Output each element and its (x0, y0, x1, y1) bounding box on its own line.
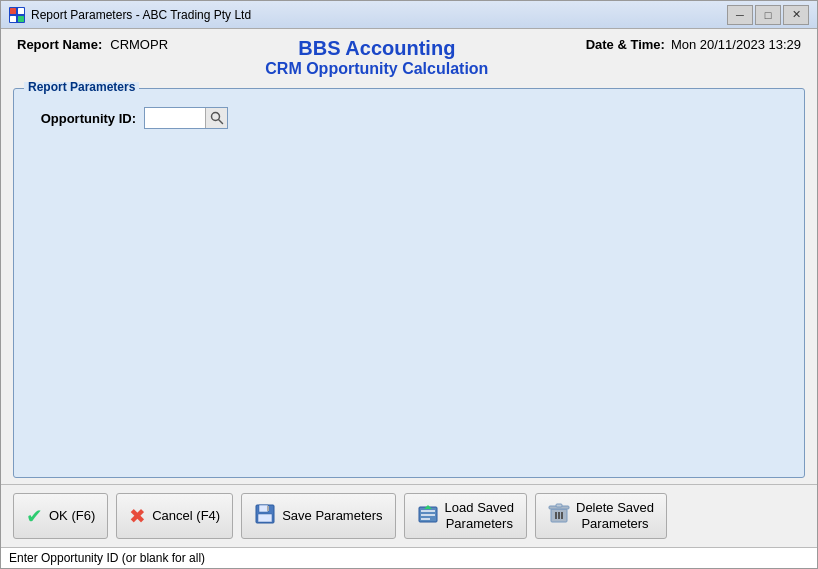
report-parameters-group: Report Parameters Opportunity ID: (13, 88, 805, 478)
svg-rect-12 (421, 510, 435, 512)
delete-saved-parameters-button[interactable]: Delete Saved Parameters (535, 493, 667, 539)
title-section: BBS Accounting CRM Opportunity Calculati… (168, 37, 586, 78)
cancel-label: Cancel (F4) (152, 508, 220, 524)
title-bar-buttons: ─ □ ✕ (727, 5, 809, 25)
date-section: Date & Time: Mon 20/11/2023 13:29 (586, 37, 801, 52)
svg-rect-8 (259, 505, 268, 512)
svg-rect-18 (558, 512, 560, 519)
ok-icon: ✔ (26, 504, 43, 528)
report-title: CRM Opportunity Calculation (168, 60, 586, 78)
content-area: Report Parameters Opportunity ID: (1, 82, 817, 484)
save-parameters-button[interactable]: Save Parameters (241, 493, 395, 539)
cancel-button[interactable]: ✖ Cancel (F4) (116, 493, 233, 539)
svg-rect-2 (18, 8, 24, 14)
svg-line-6 (218, 120, 222, 124)
ok-button[interactable]: ✔ OK (F6) (13, 493, 108, 539)
header: Report Name: CRMOPR BBS Accounting CRM O… (1, 29, 817, 82)
load-saved-parameters-button[interactable]: Load Saved Parameters (404, 493, 527, 539)
maximize-button[interactable]: □ (755, 5, 781, 25)
svg-rect-14 (421, 518, 430, 520)
report-name-value: CRMOPR (110, 37, 168, 52)
svg-rect-9 (267, 506, 269, 511)
load-icon (417, 503, 439, 530)
svg-rect-19 (561, 512, 563, 519)
svg-rect-21 (556, 504, 562, 507)
search-icon (210, 111, 224, 125)
report-name-section: Report Name: CRMOPR (17, 37, 168, 52)
bottom-bar: ✔ OK (F6) ✖ Cancel (F4) Save Parameters (1, 484, 817, 547)
status-bar: Enter Opportunity ID (or blank for all) (1, 547, 817, 568)
delete-icon (548, 503, 570, 530)
opportunity-id-search-button[interactable] (205, 108, 227, 128)
title-bar: Report Parameters - ABC Trading Pty Ltd … (1, 1, 817, 29)
svg-rect-13 (421, 514, 435, 516)
minimize-button[interactable]: ─ (727, 5, 753, 25)
opportunity-id-input-wrapper (144, 107, 228, 129)
date-label: Date & Time: (586, 37, 665, 52)
app-title: BBS Accounting (168, 37, 586, 60)
ok-label: OK (F6) (49, 508, 95, 524)
app-icon (9, 7, 25, 23)
status-text: Enter Opportunity ID (or blank for all) (9, 551, 205, 565)
report-name-label: Report Name: (17, 37, 102, 52)
opportunity-id-label: Opportunity ID: (26, 111, 136, 126)
main-window: Report Parameters - ABC Trading Pty Ltd … (0, 0, 818, 569)
load-saved-label: Load Saved Parameters (445, 500, 514, 531)
group-legend: Report Parameters (24, 82, 139, 94)
title-bar-text: Report Parameters - ABC Trading Pty Ltd (31, 8, 727, 22)
svg-rect-3 (10, 16, 16, 22)
save-params-label: Save Parameters (282, 508, 382, 524)
opportunity-id-input[interactable] (145, 108, 205, 128)
opportunity-id-row: Opportunity ID: (26, 107, 792, 129)
save-icon (254, 503, 276, 530)
svg-rect-10 (258, 514, 272, 522)
date-value: Mon 20/11/2023 13:29 (671, 37, 801, 52)
svg-rect-17 (555, 512, 557, 519)
svg-rect-4 (18, 16, 24, 22)
cancel-icon: ✖ (129, 504, 146, 528)
delete-saved-label: Delete Saved Parameters (576, 500, 654, 531)
svg-rect-1 (10, 8, 16, 14)
close-button[interactable]: ✕ (783, 5, 809, 25)
